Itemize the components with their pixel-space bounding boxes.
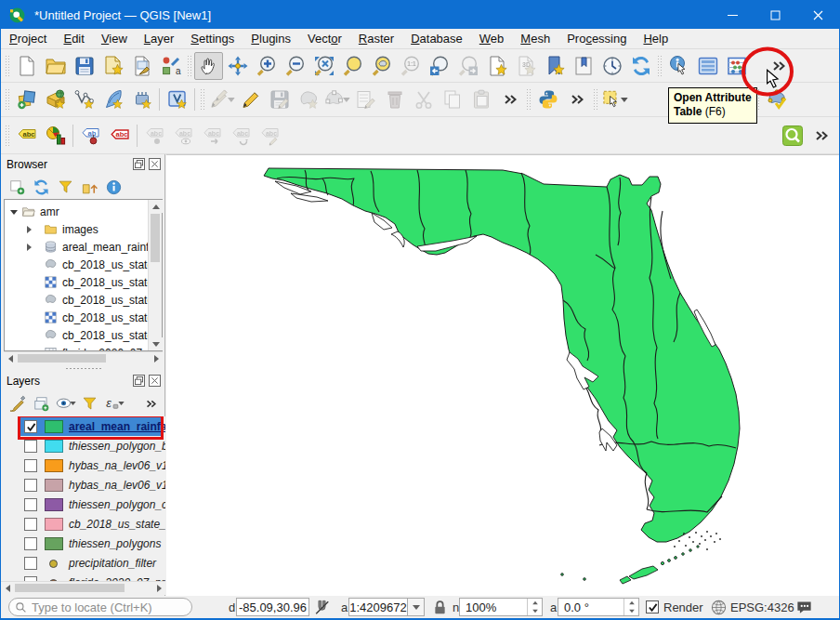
new-shapefile-layer-button[interactable] <box>70 86 98 113</box>
zoom-out-button[interactable] <box>281 52 309 80</box>
zoom-full-button[interactable] <box>309 52 338 80</box>
temporal-controller-button[interactable] <box>597 52 626 80</box>
zoom-to-selection-button[interactable] <box>338 52 367 80</box>
toolbar-overflow-2-button[interactable] <box>495 86 524 113</box>
layers-map-themes-button[interactable] <box>53 392 77 415</box>
layer-row-thiessen_polygon_b[interactable]: thiessen_polygon_b <box>1 437 165 455</box>
toggle-extents-button[interactable] <box>313 599 331 616</box>
identify-features-button[interactable] <box>664 52 693 80</box>
expander-icon[interactable] <box>27 244 32 251</box>
labeling-options-button[interactable] <box>12 122 41 150</box>
toolbar-drag-handle[interactable] <box>5 88 10 111</box>
browser-horizontal-scrollbar[interactable] <box>4 351 163 364</box>
menu-mesh[interactable]: Mesh <box>512 30 558 47</box>
toolbar-drag-handle[interactable] <box>5 55 10 77</box>
new-spatialite-layer-button[interactable] <box>98 86 127 113</box>
toolbar-drag-handle[interactable] <box>657 55 663 77</box>
toolbar-drag-handle[interactable] <box>200 88 205 111</box>
layers-styling-button[interactable] <box>5 392 29 415</box>
messages-button[interactable] <box>795 599 813 616</box>
zoom-to-layer-button[interactable] <box>367 52 396 80</box>
layer-row-hybas_na_lev06_v1c[interactable]: hybas_na_lev06_v1c <box>1 476 165 495</box>
layer-checkbox[interactable] <box>24 537 37 550</box>
browser-add-layer-button[interactable] <box>5 176 29 198</box>
new-map-view-button[interactable] <box>482 52 511 80</box>
layers-filter-button[interactable] <box>77 392 101 415</box>
pan-to-selection-button[interactable] <box>223 52 252 80</box>
layers-float-button[interactable] <box>133 375 145 387</box>
browser-item-cb_2018_us_state_[interactable]: cb_2018_us_state_ <box>5 256 148 273</box>
new-spatial-bookmark-button[interactable] <box>540 52 569 80</box>
toggle-editing-button[interactable] <box>236 86 265 113</box>
layers-overflow-button[interactable] <box>138 392 163 415</box>
browser-item-cb_2018_us_state_[interactable]: cb_2018_us_state_ <box>5 273 148 291</box>
layer-checkbox[interactable] <box>24 518 37 531</box>
layer-checkbox[interactable] <box>24 440 37 453</box>
check-geometries-button[interactable] <box>762 86 791 113</box>
toolbar-drag-handle[interactable] <box>187 55 192 77</box>
toolbar-overflow-4-button[interactable] <box>807 122 835 150</box>
menu-vector[interactable]: Vector <box>299 30 350 47</box>
browser-refresh-small-button[interactable] <box>29 176 53 198</box>
refresh-button[interactable] <box>626 52 655 80</box>
toolbar-drag-handle[interactable] <box>526 88 532 111</box>
layers-horizontal-scrollbar[interactable] <box>1 581 165 594</box>
menu-view[interactable]: View <box>93 30 136 47</box>
layer-checkbox[interactable] <box>24 420 37 433</box>
menu-settings[interactable]: Settings <box>182 30 243 47</box>
render-checkbox[interactable] <box>646 600 659 613</box>
layers-filter-expression-button[interactable] <box>101 392 125 415</box>
scale-field[interactable]: 1:4209672 <box>348 598 408 616</box>
magnifier-spin-arrows[interactable] <box>527 599 542 615</box>
rotation-spinbox[interactable]: 0.0 ° <box>558 598 639 616</box>
python-console-button[interactable] <box>533 86 562 113</box>
maximize-button[interactable] <box>754 1 796 29</box>
show-spatial-bookmarks-button[interactable] <box>569 52 597 80</box>
coordinate-field[interactable]: -85.09,30.96 <box>236 598 309 616</box>
toolbar-overflow-3-button[interactable] <box>562 86 591 113</box>
menu-processing[interactable]: Processing <box>558 30 635 47</box>
browser-item-amr[interactable]: amr <box>5 203 148 220</box>
minimize-button[interactable] <box>711 1 754 29</box>
new-project-button[interactable] <box>12 52 41 80</box>
locator-input[interactable] <box>32 600 180 614</box>
select-features-button[interactable] <box>600 86 629 113</box>
layer-row-precipitation_filter[interactable]: precipitation_filter <box>1 554 165 573</box>
open-project-button[interactable] <box>41 52 70 80</box>
browser-collapse-all-button[interactable] <box>77 176 101 198</box>
data-source-manager-button[interactable] <box>12 86 41 113</box>
menu-edit[interactable]: Edit <box>55 30 92 47</box>
magnifier-spinbox[interactable]: 100% <box>459 598 543 616</box>
browser-info-button[interactable] <box>101 176 125 198</box>
toggle-unplaced-labels-button[interactable] <box>105 122 134 150</box>
expander-icon[interactable] <box>27 226 32 233</box>
layer-checkbox[interactable] <box>24 459 37 472</box>
menu-plugins[interactable]: Plugins <box>243 30 299 47</box>
layer-row-hybas_na_lev06_v1c[interactable]: hybas_na_lev06_v1c <box>1 456 165 475</box>
rotation-spin-arrows[interactable] <box>623 599 638 615</box>
search-plugin-button[interactable] <box>778 122 807 150</box>
layer-row-thiessen_polygon_cl[interactable]: thiessen_polygon_cl <box>1 495 165 514</box>
diagram-options-button[interactable] <box>41 122 70 150</box>
menu-web[interactable]: Web <box>471 30 513 47</box>
layers-close-button[interactable] <box>149 375 161 387</box>
browser-close-button[interactable] <box>149 158 161 170</box>
browser-item-cb_2018_us_state_[interactable]: cb_2018_us_state_ <box>5 291 148 309</box>
statistical-summary-button[interactable] <box>722 52 751 80</box>
browser-filter-button[interactable] <box>53 176 77 198</box>
new-geopackage-layer-button[interactable] <box>41 86 70 113</box>
highlight-pinned-labels-button[interactable] <box>76 122 105 150</box>
pan-map-button[interactable] <box>194 52 223 80</box>
scale-dropdown-button[interactable] <box>408 598 425 616</box>
toolbar-overflow-1-button[interactable] <box>764 52 793 80</box>
zoom-last-button[interactable] <box>425 52 453 80</box>
new-virtual-layer-button[interactable] <box>163 86 191 113</box>
browser-item-cb_2018_us_state_[interactable]: cb_2018_us_state_ <box>5 326 148 344</box>
new-print-layout-button[interactable] <box>98 52 127 80</box>
browser-item-areal_mean_rainfa[interactable]: areal_mean_rainfa <box>5 238 148 256</box>
menu-raster[interactable]: Raster <box>350 30 402 47</box>
layer-checkbox[interactable] <box>24 498 37 511</box>
layer-row-areal_mean_rainfall[interactable]: areal_mean_rainfall <box>1 417 165 436</box>
layers-add-group-button[interactable] <box>29 392 53 415</box>
toolbar-drag-handle[interactable] <box>593 88 598 111</box>
